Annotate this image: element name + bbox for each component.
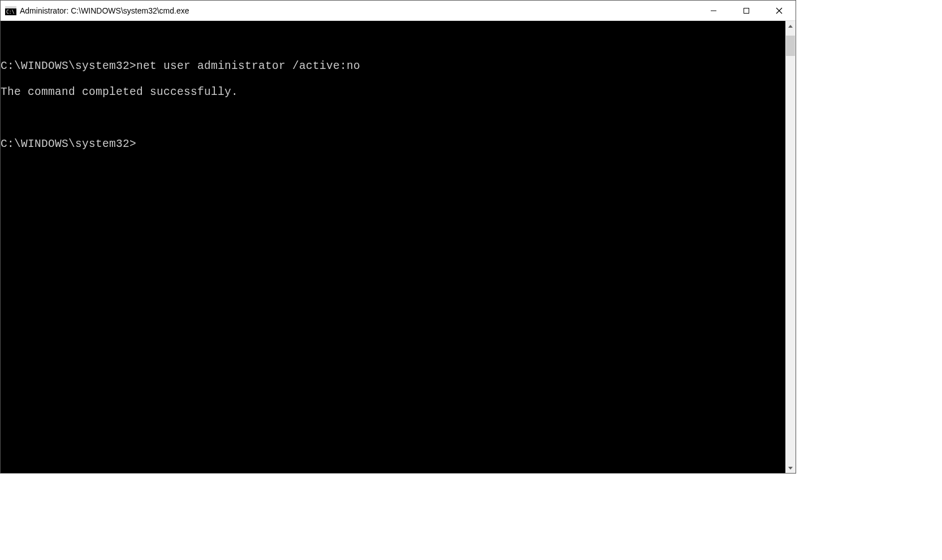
minimize-icon [710,7,717,14]
minimize-button[interactable] [697,1,730,21]
cmd-icon: C:\ [5,6,16,15]
close-button[interactable] [763,1,796,21]
terminal-line: C:\WINDOWS\system32>net user administrat… [1,60,785,73]
scrollbar-thumb[interactable] [786,36,795,56]
scroll-up-button[interactable] [785,21,796,31]
maximize-button[interactable] [730,1,763,21]
titlebar[interactable]: C:\ Administrator: C:\WINDOWS\system32\c… [1,1,796,21]
terminal-line: C:\WINDOWS\system32> [1,138,785,151]
client-area: C:\WINDOWS\system32>net user administrat… [1,21,796,473]
close-icon [776,7,783,14]
chevron-up-icon [788,25,793,28]
maximize-icon [743,7,750,14]
svg-rect-3 [711,10,716,11]
scrollbar-track[interactable] [785,31,796,463]
window-title: Administrator: C:\WINDOWS\system32\cmd.e… [20,6,189,15]
terminal-line: The command completed successfully. [1,86,785,99]
chevron-down-icon [788,467,793,470]
scroll-down-button[interactable] [785,463,796,473]
svg-rect-1 [5,6,16,8]
vertical-scrollbar[interactable] [785,21,796,473]
cmd-window: C:\ Administrator: C:\WINDOWS\system32\c… [0,0,796,474]
svg-text:C:\: C:\ [6,10,15,15]
svg-rect-4 [744,8,749,13]
terminal-output[interactable]: C:\WINDOWS\system32>net user administrat… [1,21,785,473]
